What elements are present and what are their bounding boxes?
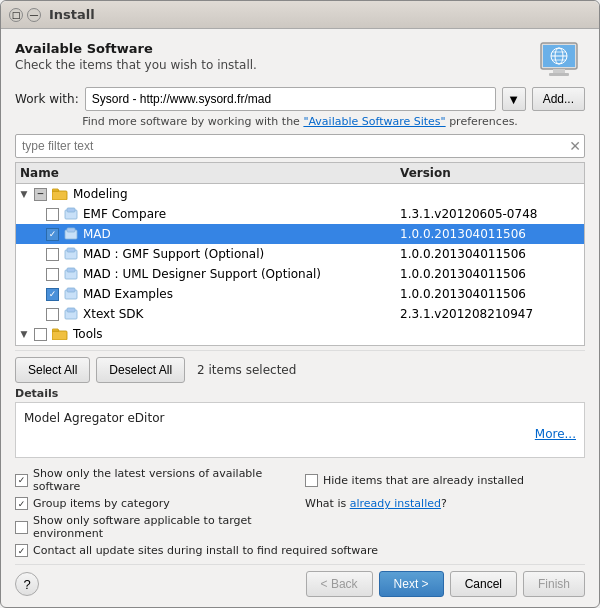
checkbox-mad-uml[interactable] (46, 268, 59, 281)
option-group-category: ✓ Group items by category (15, 496, 295, 511)
option-label: Show only the latest versions of availab… (33, 467, 295, 493)
tree-row[interactable]: MAD : UML Designer Support (Optional) 1.… (16, 264, 584, 284)
tree-row[interactable]: EMF Compare 1.3.1.v20120605-0748 (16, 204, 584, 224)
filter-input[interactable] (15, 134, 585, 158)
select-all-button[interactable]: Select All (15, 357, 90, 383)
tree-row[interactable]: ▼ Tools (16, 324, 584, 344)
minimize-button[interactable]: — (27, 8, 41, 22)
already-installed-link[interactable]: already installed (350, 497, 441, 510)
tree-row[interactable]: Xtext SDK 2.3.1.v201208210947 (16, 304, 584, 324)
help-button[interactable]: ? (15, 572, 39, 596)
next-button[interactable]: Next > (379, 571, 444, 597)
option-contact-update: ✓ Contact all update sites during instal… (15, 543, 585, 558)
details-header: Details (15, 387, 585, 400)
tree-item-label: MAD : UML Designer Support (Optional) (83, 267, 321, 281)
checkbox-emf-compare[interactable] (46, 208, 59, 221)
option-label: What is already installed? (305, 497, 447, 510)
details-body: Model Agregator eDitor More... (15, 402, 585, 458)
svg-rect-9 (52, 191, 67, 200)
folder-icon (52, 188, 68, 200)
checkbox-hide-installed[interactable] (305, 474, 318, 487)
add-button[interactable]: Add... (532, 87, 585, 111)
checkbox-target-env[interactable] (15, 521, 28, 534)
work-with-dropdown[interactable]: ▼ (502, 87, 526, 111)
install-window: □ — Install Available Software Check the… (0, 0, 600, 608)
work-with-row: Work with: ▼ Add... (15, 87, 585, 111)
checkbox-tools[interactable] (34, 328, 47, 341)
svg-rect-13 (67, 228, 75, 232)
checkbox-contact-update[interactable]: ✓ (15, 544, 28, 557)
tree-item-label: MAD Examples (83, 287, 173, 301)
checkbox-xtext[interactable] (46, 308, 59, 321)
finish-button[interactable]: Finish (523, 571, 585, 597)
selection-count: 2 items selected (197, 363, 296, 377)
checkbox-mad-examples[interactable]: ✓ (46, 288, 59, 301)
package-icon (64, 247, 78, 261)
title-bar: □ — Install (1, 1, 599, 29)
svg-rect-17 (67, 268, 75, 272)
more-link[interactable]: More... (24, 427, 576, 441)
package-icon (64, 267, 78, 281)
col-name-header: Name (20, 166, 400, 180)
expand-icon[interactable]: ▼ (18, 328, 30, 340)
svg-rect-2 (553, 69, 565, 73)
svg-rect-19 (67, 288, 75, 292)
back-button[interactable]: < Back (306, 571, 373, 597)
page-header: Available Software Check the items that … (15, 41, 585, 81)
option-label: Show only software applicable to target … (33, 514, 295, 540)
page-title: Available Software (15, 41, 257, 56)
checkbox-mad-gmf[interactable] (46, 248, 59, 261)
option-already-installed: What is already installed? (305, 496, 585, 511)
svg-rect-3 (549, 73, 569, 76)
tree-item-label: MAD (83, 227, 111, 241)
package-icon (64, 307, 78, 321)
options-section: ✓ Show only the latest versions of avail… (15, 466, 585, 558)
header-text: Available Software Check the items that … (15, 41, 257, 72)
checkbox-latest-versions[interactable]: ✓ (15, 474, 28, 487)
tree-row[interactable]: ✓ MAD Examples 1.0.0.201304011506 (16, 284, 584, 304)
option-target-env: Show only software applicable to target … (15, 513, 295, 541)
tree-row[interactable]: ▼ ─ Modeling (16, 184, 584, 204)
option-label: Hide items that are already installed (323, 474, 524, 487)
deselect-all-button[interactable]: Deselect All (96, 357, 185, 383)
option-label: Group items by category (33, 497, 170, 510)
checkbox-mad[interactable]: ✓ (46, 228, 59, 241)
action-bar: Select All Deselect All 2 items selected (15, 350, 585, 387)
details-text: Model Agregator eDitor (24, 411, 576, 425)
package-icon (64, 227, 78, 241)
package-icon (64, 287, 78, 301)
details-section: Details Model Agregator eDitor More... (15, 387, 585, 462)
tree-item-label: Tools (73, 327, 103, 341)
software-tree[interactable]: Name Version ▼ ─ Modeling (15, 162, 585, 346)
software-sites-row: Find more software by working with the "… (15, 115, 585, 128)
option-latest-versions: ✓ Show only the latest versions of avail… (15, 466, 295, 494)
package-icon (64, 207, 78, 221)
button-bar: ? < Back Next > Cancel Finish (15, 564, 585, 599)
filter-clear-icon[interactable]: ✕ (569, 138, 581, 154)
cancel-button[interactable]: Cancel (450, 571, 517, 597)
software-sites-text: Find more software by working with the (82, 115, 303, 128)
tree-item-version: 1.0.0.201304011506 (400, 267, 580, 281)
svg-rect-21 (67, 308, 75, 312)
tree-row[interactable]: ✓ MAD 1.0.0.201304011506 (16, 224, 584, 244)
option-label: Contact all update sites during install … (33, 544, 378, 557)
tree-item-version: 1.3.1.v20120605-0748 (400, 207, 580, 221)
tree-item-version: 1.0.0.201304011506 (400, 227, 580, 241)
tree-item-version: 1.0.0.201304011506 (400, 287, 580, 301)
col-version-header: Version (400, 166, 580, 180)
tree-item-label: Xtext SDK (83, 307, 143, 321)
work-with-input[interactable] (85, 87, 496, 111)
option-hide-installed: Hide items that are already installed (305, 466, 585, 494)
checkbox-group-category[interactable]: ✓ (15, 497, 28, 510)
tree-row[interactable]: MAD : GMF Support (Optional) 1.0.0.20130… (16, 244, 584, 264)
folder-icon (52, 328, 68, 340)
main-content: Available Software Check the items that … (1, 29, 599, 607)
expand-icon[interactable]: ▼ (18, 188, 30, 200)
software-sites-link[interactable]: "Available Software Sites" (303, 115, 445, 128)
close-button[interactable]: □ (9, 8, 23, 22)
checkbox-modeling[interactable]: ─ (34, 188, 47, 201)
software-sites-suffix: preferences. (446, 115, 518, 128)
work-with-label: Work with: (15, 92, 79, 106)
svg-rect-22 (52, 331, 67, 340)
tree-row[interactable]: Eclipse Tools 1.0.0.201304011506 (16, 344, 584, 346)
